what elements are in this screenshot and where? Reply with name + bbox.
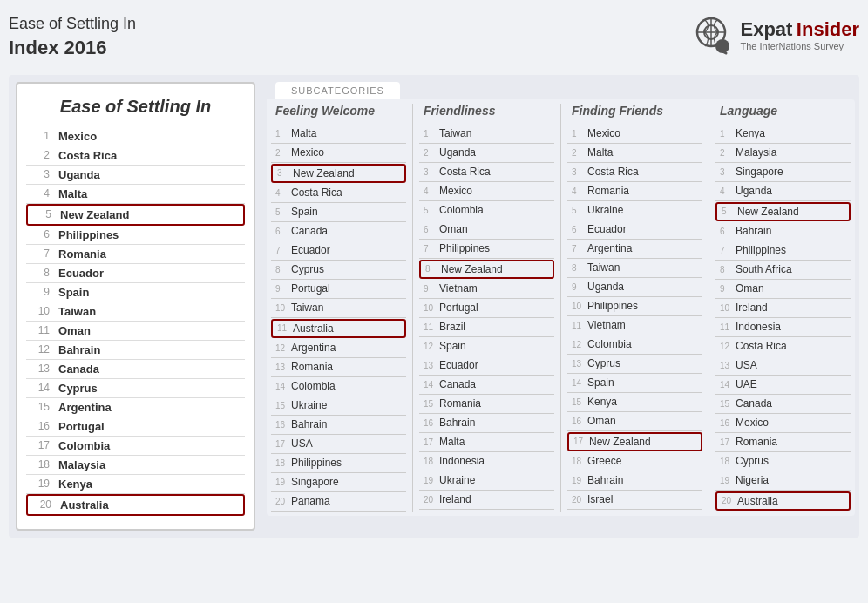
item-name: Oman — [587, 415, 616, 427]
item-rank: 19 — [720, 476, 736, 485]
item-rank: 7 — [424, 244, 439, 254]
item-rank: 1 — [424, 129, 439, 139]
rank-item: 15 Argentina — [26, 398, 245, 417]
col-item: 7 Philippines — [715, 241, 851, 261]
columns-container: Feeling Welcome 1 Malta 2 Mexico 3 New Z… — [267, 99, 855, 516]
col-item: 16 Bahrain — [419, 414, 554, 433]
col-item: 1 Taiwan — [419, 125, 554, 144]
item-rank: 9 — [720, 284, 736, 294]
rank-number: 16 — [31, 420, 50, 432]
col-item: 14 UAE — [715, 376, 851, 395]
col-item: 15 Canada — [715, 395, 851, 414]
rank-name: Uganda — [58, 168, 100, 181]
item-name: Cyprus — [736, 455, 769, 467]
rank-item: 17 Colombia — [26, 437, 245, 456]
item-name: Ireland — [736, 302, 768, 314]
col-item: 11 Indonesia — [715, 318, 851, 337]
item-name: USA — [736, 359, 757, 371]
item-name: Colombia — [439, 204, 484, 216]
rank-item: 19 Kenya — [26, 475, 245, 494]
col-item: 6 Oman — [419, 220, 554, 240]
item-name: Ecuador — [291, 244, 330, 256]
col-item: 5 Spain — [271, 203, 406, 222]
col-item: 17 USA — [271, 435, 406, 454]
item-rank: 17 — [424, 437, 439, 447]
col-item: 17 New Zealand — [567, 432, 702, 451]
rank-number: 11 — [31, 324, 50, 336]
col-header: Finding Friends — [567, 104, 702, 118]
item-rank: 18 — [720, 457, 736, 466]
col-item: 15 Romania — [419, 395, 554, 414]
logo-subtitle: The InterNations Survey — [740, 41, 859, 51]
col-item: 8 Cyprus — [271, 261, 406, 280]
col-header: Friendliness — [419, 104, 554, 118]
col-item: 20 Australia — [715, 491, 851, 511]
rank-number: 20 — [32, 498, 51, 511]
item-name: Australia — [737, 495, 778, 507]
item-name: Singapore — [291, 476, 339, 488]
rank-number: 1 — [31, 130, 50, 142]
col-item: 2 Uganda — [419, 144, 554, 163]
item-name: New Zealand — [293, 167, 355, 180]
item-name: Canada — [736, 397, 772, 410]
col-item: 14 Colombia — [271, 377, 406, 396]
col-item: 19 Singapore — [271, 473, 406, 492]
item-name: Vietnam — [439, 282, 478, 295]
col-item: 1 Malta — [271, 125, 406, 144]
item-rank: 14 — [572, 378, 587, 388]
item-name: Romania — [587, 185, 629, 197]
item-rank: 5 — [572, 206, 587, 215]
item-name: Israel — [587, 493, 613, 505]
item-rank: 19 — [572, 476, 587, 485]
col-item: 14 Canada — [419, 376, 554, 395]
item-name: New Zealand — [589, 436, 651, 448]
rank-item: 5 New Zealand — [26, 204, 245, 226]
rank-name: Ecuador — [58, 267, 104, 280]
item-rank: 3 — [720, 167, 736, 177]
col-item: 19 Nigeria — [715, 471, 851, 491]
item-name: USA — [291, 437, 313, 450]
item-rank: 7 — [275, 246, 291, 255]
rank-item: 16 Portugal — [26, 417, 245, 437]
rank-item: 12 Bahrain — [26, 341, 245, 360]
item-name: Oman — [736, 282, 764, 295]
col-item: 18 Cyprus — [715, 452, 851, 471]
col-item: 10 Portugal — [419, 299, 554, 318]
item-rank: 2 — [424, 148, 439, 158]
col-item: 3 Costa Rica — [567, 163, 702, 182]
col-item: 7 Ecuador — [271, 241, 406, 261]
item-name: Brazil — [439, 321, 465, 333]
item-name: Ukraine — [291, 399, 327, 411]
item-rank: 12 — [275, 343, 291, 353]
col-item: 9 Oman — [715, 280, 851, 299]
item-rank: 15 — [720, 399, 736, 409]
item-name: Ecuador — [439, 359, 478, 371]
item-rank: 20 — [275, 497, 291, 506]
rank-name: Portugal — [58, 420, 105, 433]
rank-item: 18 Malaysia — [26, 456, 245, 475]
col-divider — [412, 104, 413, 512]
left-panel-title: Ease of Settling In — [26, 97, 245, 117]
item-name: Mexico — [291, 146, 324, 159]
col-header: Language — [715, 104, 851, 118]
item-name: Canada — [439, 378, 476, 390]
item-rank: 11 — [277, 323, 293, 333]
item-rank: 6 — [720, 227, 736, 236]
main-content: Ease of Settling In 1 Mexico 2 Costa Ric… — [9, 75, 859, 538]
col-item: 17 Romania — [715, 433, 851, 452]
item-rank: 16 — [424, 418, 439, 428]
item-rank: 5 — [275, 207, 291, 217]
item-name: Uganda — [587, 281, 624, 293]
item-name: Bahrain — [587, 474, 623, 486]
rank-name: Argentina — [58, 401, 112, 414]
col-item: 20 Ireland — [419, 491, 554, 510]
col-item: 6 Ecuador — [567, 220, 702, 240]
item-rank: 2 — [572, 148, 587, 158]
item-name: Malta — [587, 146, 613, 159]
item-name: Costa Rica — [439, 166, 491, 178]
col-item: 19 Bahrain — [567, 471, 702, 491]
item-rank: 10 — [275, 303, 291, 313]
item-rank: 4 — [424, 186, 439, 196]
item-name: Romania — [439, 397, 481, 410]
item-name: UAE — [736, 378, 757, 390]
